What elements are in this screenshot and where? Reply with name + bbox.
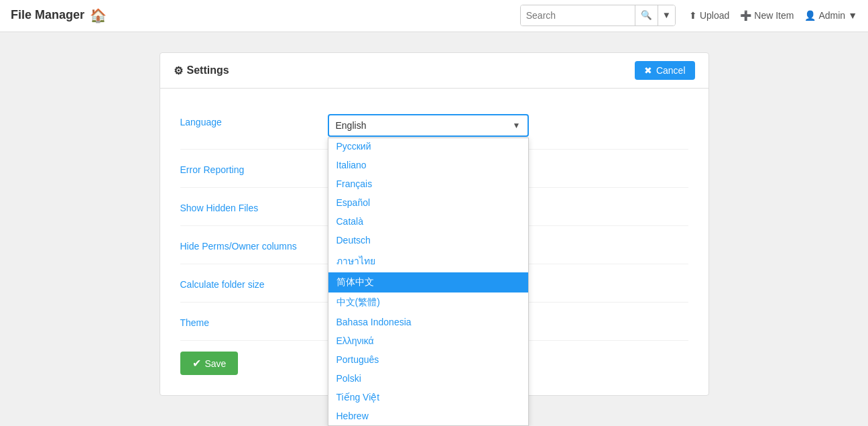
admin-icon: 👤 <box>804 10 816 21</box>
settings-body: Language English ▼ EnglishRomânăHungaria… <box>160 89 708 395</box>
cancel-button[interactable]: ✖ Cancel <box>635 61 695 80</box>
close-icon: ✖ <box>644 65 652 76</box>
language-option[interactable]: Português <box>328 350 528 369</box>
check-icon: ✔ <box>192 357 201 370</box>
admin-label: Admin <box>818 10 845 21</box>
settings-panel: ⚙ Settings ✖ Cancel Language English ▼ <box>160 52 709 396</box>
error-reporting-label: Error Reporting <box>180 162 301 175</box>
language-option[interactable]: Tiếng Việt <box>328 388 528 407</box>
search-button[interactable]: 🔍 <box>635 5 658 25</box>
brand-title: File Manager <box>11 8 84 22</box>
cancel-label: Cancel <box>656 65 686 76</box>
language-control: English ▼ EnglishRomânăHungarianNorskفار… <box>328 114 688 137</box>
language-option[interactable]: Polski <box>328 369 528 388</box>
language-option[interactable]: Русский <box>328 138 528 156</box>
language-select-display[interactable]: English ▼ <box>328 114 529 137</box>
brand-link[interactable]: File Manager 🏠 <box>11 7 107 23</box>
setting-row-language: Language English ▼ EnglishRomânăHungaria… <box>180 102 688 150</box>
language-dropdown-wrapper: English ▼ EnglishRomânăHungarianNorskفار… <box>328 114 688 137</box>
navbar: File Manager 🏠 🔍 ▼ ⬆ Upload ➕ New Item 👤… <box>0 0 868 32</box>
language-option[interactable]: Français <box>328 174 528 193</box>
gear-icon: ⚙ <box>174 64 183 77</box>
save-button[interactable]: ✔ Save <box>180 352 239 375</box>
language-option[interactable]: Deutsch <box>328 231 528 250</box>
language-option[interactable]: 简体中文 <box>328 272 528 292</box>
language-option[interactable]: Ελληνικά <box>328 331 528 350</box>
settings-header: ⚙ Settings ✖ Cancel <box>160 53 708 89</box>
settings-title-text: Settings <box>187 64 229 76</box>
search-box: 🔍 ▼ <box>520 5 676 26</box>
new-item-icon: ➕ <box>740 10 751 21</box>
save-label: Save <box>205 358 227 369</box>
language-option[interactable]: Italiano <box>328 156 528 174</box>
folder-size-label: Calculate folder size <box>180 276 301 290</box>
main-content: ⚙ Settings ✖ Cancel Language English ▼ <box>0 32 868 425</box>
upload-link[interactable]: ⬆ Upload <box>689 10 729 21</box>
admin-chevron-icon: ▼ <box>848 10 857 21</box>
language-option[interactable]: ภาษาไทย <box>328 250 528 272</box>
new-item-label: New Item <box>754 10 794 21</box>
admin-link[interactable]: 👤 Admin ▼ <box>804 10 857 21</box>
home-icon[interactable]: 🏠 <box>90 7 107 23</box>
language-option[interactable]: Español <box>328 193 528 212</box>
upload-label: Upload <box>700 10 729 21</box>
language-dropdown-list[interactable]: EnglishRomânăHungarianNorskفارسیРусскийI… <box>328 138 529 426</box>
settings-title: ⚙ Settings <box>174 64 229 77</box>
upload-icon: ⬆ <box>689 10 697 21</box>
navbar-actions: ⬆ Upload ➕ New Item 👤 Admin ▼ <box>689 10 857 21</box>
language-option[interactable]: Bahasa Indonesia <box>328 313 528 331</box>
language-selected-text: English <box>336 120 367 131</box>
new-item-link[interactable]: ➕ New Item <box>740 10 794 21</box>
language-option[interactable]: Català <box>328 212 528 231</box>
search-icon: 🔍 <box>641 10 652 20</box>
language-option[interactable]: Hebrew <box>328 407 528 425</box>
search-dropdown-button[interactable]: ▼ <box>658 5 675 25</box>
language-option[interactable]: 中文(繁體) <box>328 292 528 313</box>
theme-label: Theme <box>180 315 301 328</box>
chevron-down-icon: ▼ <box>662 10 671 20</box>
language-label: Language <box>180 114 301 127</box>
search-input[interactable] <box>521 5 635 25</box>
show-hidden-label: Show Hidden Files <box>180 200 301 213</box>
hide-perms-label: Hide Perms/Owner columns <box>180 238 301 252</box>
language-chevron-icon: ▼ <box>513 121 521 130</box>
